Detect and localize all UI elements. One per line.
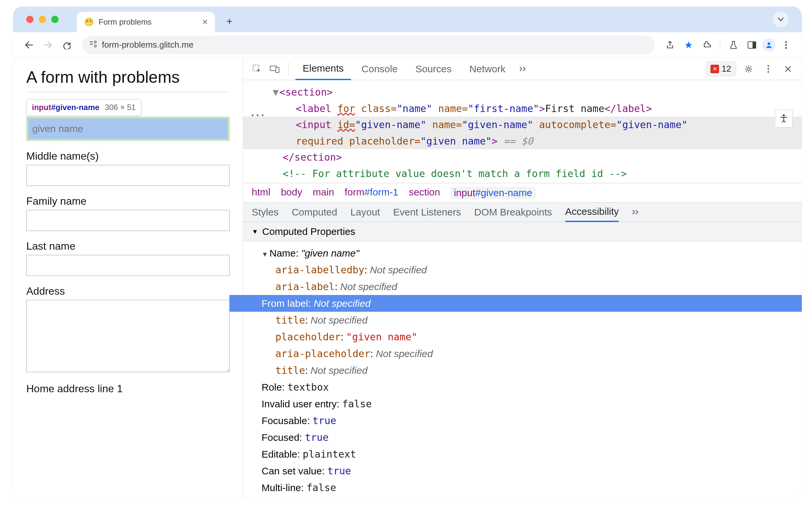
- prop-title[interactable]: title: Not specified: [261, 312, 793, 329]
- accessibility-tree-button[interactable]: [775, 110, 793, 127]
- svg-point-7: [785, 41, 787, 43]
- form-group-address: Address: [26, 285, 230, 373]
- close-tab-button[interactable]: ×: [202, 17, 208, 27]
- crumb-input[interactable]: input#given-name: [451, 187, 536, 199]
- labs-button[interactable]: [726, 37, 741, 53]
- prop-role[interactable]: Role: textbox: [261, 379, 793, 395]
- dom-row[interactable]: </section>: [283, 149, 802, 165]
- svg-point-2: [94, 41, 96, 43]
- prop-editable[interactable]: Editable: plaintext: [261, 446, 793, 463]
- label-last: Last name: [26, 240, 230, 252]
- tab-list-button[interactable]: [773, 11, 789, 27]
- double-chevron-right-icon: [519, 67, 527, 72]
- address-textarea[interactable]: [26, 300, 230, 372]
- browser-toolbar: form-problems.glitch.me ★: [13, 32, 802, 58]
- tab-sources[interactable]: Sources: [408, 58, 459, 80]
- collapsed-indicator[interactable]: •••: [250, 110, 265, 122]
- tab-strip: 😬 Form problems × +: [13, 6, 802, 32]
- share-button[interactable]: [662, 37, 678, 53]
- prop-multiline[interactable]: Multi-line: false: [261, 479, 793, 496]
- tooltip-dimensions: 306 × 51: [105, 103, 136, 112]
- dom-row[interactable]: ▼<section>: [273, 84, 802, 101]
- label-family: Family name: [26, 195, 230, 207]
- crumb-form[interactable]: form#form-1: [345, 187, 398, 199]
- browser-tab[interactable]: 😬 Form problems ×: [77, 12, 215, 32]
- prop-invalid[interactable]: Invalid user entry: false: [261, 395, 793, 412]
- last-name-input[interactable]: [26, 255, 230, 276]
- inspect-element-button[interactable]: [250, 64, 264, 74]
- new-tab-button[interactable]: +: [220, 12, 238, 30]
- crumb-main[interactable]: main: [313, 187, 334, 199]
- svg-rect-5: [753, 42, 756, 48]
- profile-button[interactable]: [762, 38, 776, 52]
- tab-elements[interactable]: Elements: [296, 58, 351, 80]
- tab-console[interactable]: Console: [354, 58, 405, 80]
- reload-button[interactable]: [59, 37, 75, 53]
- crumb-html[interactable]: html: [252, 187, 271, 199]
- subtab-event-listeners[interactable]: Event Listeners: [393, 202, 461, 222]
- extensions-button[interactable]: [699, 37, 715, 53]
- site-settings-icon[interactable]: [90, 40, 97, 50]
- subtab-accessibility[interactable]: Accessibility: [565, 202, 619, 222]
- address-bar[interactable]: form-problems.glitch.me: [82, 36, 655, 54]
- bookmark-button[interactable]: ★: [681, 37, 696, 53]
- puzzle-icon: [703, 41, 711, 49]
- close-window-button[interactable]: [26, 16, 33, 23]
- forward-button[interactable]: [40, 37, 56, 53]
- maximize-window-button[interactable]: [51, 16, 58, 23]
- subtab-more[interactable]: [632, 202, 640, 222]
- elements-sub-tabs: Styles Computed Layout Event Listeners D…: [243, 202, 802, 222]
- form-group-last: Last name: [26, 240, 230, 276]
- prop-placeholder[interactable]: placeholder: "given name": [261, 329, 793, 345]
- dom-row[interactable]: <label for class="name" name="first-name…: [283, 101, 802, 117]
- family-name-input[interactable]: [26, 210, 230, 231]
- chevron-down-icon: [778, 18, 784, 21]
- window-controls: [26, 16, 58, 23]
- content-area: A form with problems input#given-name 30…: [13, 58, 802, 499]
- menu-button[interactable]: [778, 37, 794, 53]
- prop-from-label[interactable]: From label: Not specified: [229, 295, 802, 312]
- devtools-close-button[interactable]: [781, 66, 795, 73]
- form-group-middle: Middle name(s): [26, 150, 230, 186]
- subtab-layout[interactable]: Layout: [350, 202, 380, 222]
- label-address: Address: [26, 285, 230, 297]
- svg-point-6: [768, 42, 770, 45]
- computed-properties-body: ▼Name: "given name" aria-labelledby: Not…: [243, 241, 802, 499]
- error-count-badge[interactable]: ✕ 12: [706, 61, 736, 76]
- toolbar-actions: ★: [662, 37, 794, 53]
- subtab-styles[interactable]: Styles: [252, 202, 279, 222]
- svg-point-14: [768, 65, 769, 67]
- svg-point-13: [747, 68, 750, 70]
- dom-tree[interactable]: ••• ▼<section> <label for class="name" n…: [243, 80, 802, 183]
- more-tabs-button[interactable]: [516, 67, 530, 72]
- crumb-body[interactable]: body: [281, 187, 302, 199]
- devtools-menu-button[interactable]: [761, 65, 776, 73]
- devices-icon: [270, 65, 280, 73]
- back-button[interactable]: [21, 37, 37, 53]
- middle-name-input[interactable]: [26, 165, 230, 186]
- minimize-window-button[interactable]: [39, 16, 46, 23]
- side-panel-button[interactable]: [744, 37, 760, 53]
- devtools-tab-bar: Elements Console Sources Network ✕ 12: [243, 58, 802, 80]
- computed-properties-header[interactable]: ▼ Computed Properties: [243, 222, 802, 241]
- given-name-input[interactable]: [28, 119, 228, 139]
- subtab-dom-breakpoints[interactable]: DOM Breakpoints: [474, 202, 552, 222]
- device-toolbar-button[interactable]: [268, 65, 282, 73]
- devtools-separator: [288, 62, 289, 76]
- devtools-settings-button[interactable]: [741, 64, 756, 74]
- tab-network[interactable]: Network: [462, 58, 513, 80]
- prop-focused[interactable]: Focused: true: [261, 429, 793, 446]
- crumb-section[interactable]: section: [409, 187, 440, 199]
- subtab-computed[interactable]: Computed: [292, 202, 337, 222]
- prop-aria-labelledby[interactable]: aria-labelledby: Not specified: [261, 261, 793, 278]
- dom-breadcrumb: html body main form#form-1 section input…: [243, 183, 802, 202]
- prop-focusable[interactable]: Focusable: true: [261, 412, 793, 429]
- dom-row-selected[interactable]: <input id="given-name" name="given-name"…: [243, 116, 802, 149]
- prop-name[interactable]: ▼Name: "given name": [261, 245, 793, 261]
- dom-row[interactable]: <!-- For attribute value doesn't match a…: [283, 165, 802, 182]
- prop-cansetvalue[interactable]: Can set value: true: [261, 463, 793, 479]
- accessibility-icon: [779, 114, 789, 124]
- prop-aria-label[interactable]: aria-label: Not specified: [261, 278, 793, 295]
- prop-aria-placeholder[interactable]: aria-placeholder: Not specified: [261, 345, 793, 362]
- prop-title-2[interactable]: title: Not specified: [261, 362, 793, 379]
